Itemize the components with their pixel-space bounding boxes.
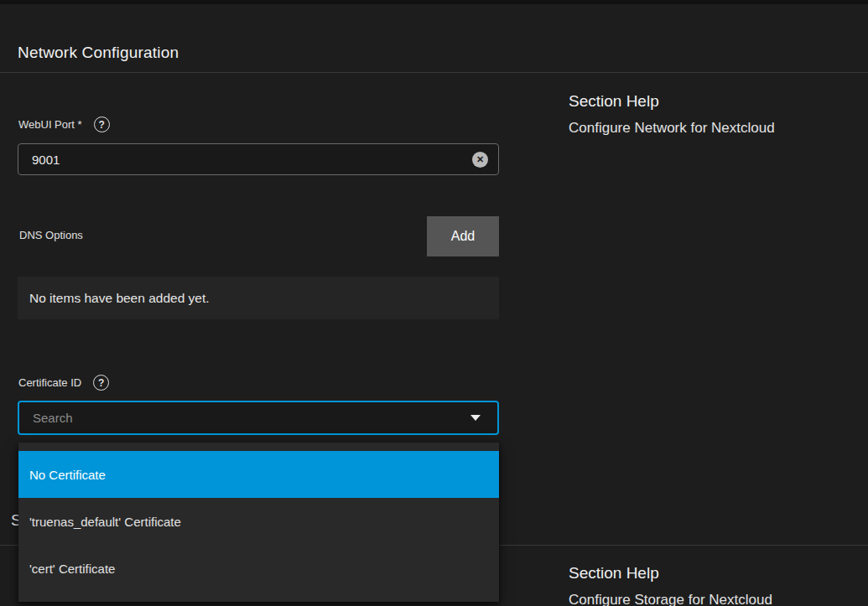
- help-icon[interactable]: ?: [94, 117, 110, 132]
- webui-port-label-row: WebUI Port * ?: [18, 117, 110, 132]
- clear-icon[interactable]: ✕: [472, 152, 488, 168]
- section-help-body: Configure Storage for Nextcloud: [569, 592, 854, 606]
- certificate-dropdown-panel: No Certificate 'truenas_default' Certifi…: [18, 443, 499, 602]
- top-strip: [0, 0, 868, 4]
- app-config-form: Network Configuration Section Help Confi…: [0, 0, 868, 606]
- certificate-id-select[interactable]: [18, 401, 499, 435]
- chevron-down-icon: [470, 415, 481, 421]
- storage-section-title-clipped: Storage Configuration: [11, 511, 18, 533]
- dns-options-empty-message: No items have been added yet.: [18, 277, 499, 319]
- dns-options-label: DNS Options: [19, 229, 83, 241]
- certificate-id-label: Certificate ID: [18, 376, 81, 389]
- section-divider-top: [0, 72, 868, 73]
- certificate-search-input[interactable]: [31, 410, 470, 426]
- dropdown-option-truenas-default-certificate[interactable]: 'truenas_default' Certificate: [18, 498, 499, 545]
- dropdown-option-cert-certificate[interactable]: 'cert' Certificate: [18, 545, 499, 592]
- add-dns-option-button[interactable]: Add: [427, 216, 499, 256]
- network-section-help: Section Help Configure Network for Nextc…: [569, 92, 854, 137]
- certificate-id-label-row: Certificate ID ?: [18, 375, 109, 391]
- section-help-body: Configure Network for Nextcloud: [569, 120, 854, 137]
- section-help-title: Section Help: [569, 564, 854, 583]
- help-icon[interactable]: ?: [93, 375, 109, 391]
- dropdown-option-no-certificate[interactable]: No Certificate: [18, 451, 499, 498]
- webui-port-input[interactable]: [30, 152, 472, 168]
- webui-port-field-container: ✕: [18, 143, 499, 175]
- network-section-title: Network Configuration: [18, 44, 179, 62]
- storage-section-help: Section Help Configure Storage for Nextc…: [569, 564, 854, 606]
- webui-port-label: WebUI Port *: [18, 118, 82, 131]
- section-help-title: Section Help: [569, 92, 854, 111]
